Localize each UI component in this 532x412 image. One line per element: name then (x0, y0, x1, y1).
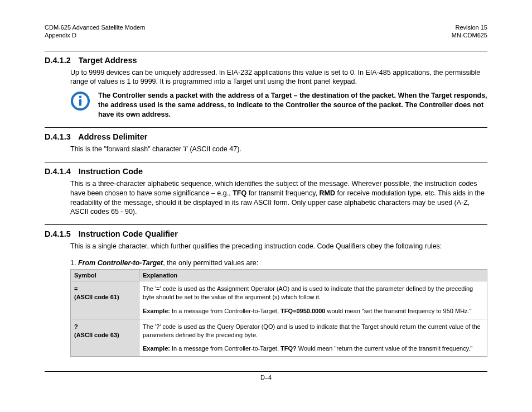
section-heading: D.4.1.2 Target Address (45, 56, 487, 65)
section-intro: This is a single character, which furthe… (45, 242, 487, 251)
section-number: D.4.1.4 (45, 167, 71, 176)
example-code: TFQ=0950.0000 (280, 308, 325, 314)
header-left: CDM-625 Advanced Satellite Modem Appendi… (45, 23, 145, 40)
svg-point-1 (79, 96, 82, 99)
note-block: The Controller sends a packet with the a… (45, 91, 487, 119)
text-pre: This is the "forward slash" character ' (70, 145, 185, 153)
section-rule (45, 224, 487, 225)
list-emphasis: From Controller-to-Target (78, 259, 163, 267)
example-label: Example: (143, 308, 170, 314)
cell-explanation: The '?' code is used as the Query Operat… (139, 319, 487, 357)
example-text-b: would mean "set the transmit frequency t… (325, 308, 471, 314)
document-page: CDM-625 Advanced Satellite Modem Appendi… (0, 0, 532, 397)
th-explanation: Explanation (139, 270, 487, 281)
page-number: D–4 (45, 374, 487, 381)
svg-rect-2 (79, 99, 81, 106)
section-heading: D.4.1.5 Instruction Code Qualifier (45, 229, 487, 238)
section-rule (45, 127, 487, 128)
example-code: TFQ? (280, 345, 297, 352)
cell-symbol: ? (ASCII code 63) (71, 319, 139, 357)
section-title: Instruction Code Qualifier (79, 229, 178, 238)
header-revision: Revision 15 (452, 23, 487, 31)
symbol-ascii: (ASCII code 61) (74, 294, 119, 300)
note-text: The Controller sends a packet with the a… (98, 91, 487, 119)
table-row: = (ASCII code 61) The '=' code is used a… (71, 281, 487, 319)
symbol-char: ? (74, 323, 78, 330)
section-title: Instruction Code (79, 167, 143, 176)
table-row: ? (ASCII code 63) The '?' code is used a… (71, 319, 487, 357)
section-d414: D.4.1.4 Instruction Code This is a three… (45, 162, 487, 217)
section-d413: D.4.1.3 Address Delimiter This is the "f… (45, 127, 487, 154)
explanation-example: Example: In a message from Controller-to… (143, 307, 483, 315)
symbol-char: = (74, 285, 78, 292)
header-right: Revision 15 MN-CDM625 (452, 23, 487, 40)
cell-explanation: The '=' code is used as the Assignment O… (139, 281, 487, 319)
page-header: CDM-625 Advanced Satellite Modem Appendi… (45, 23, 487, 40)
text-post: ' (ASCII code 47). (187, 145, 241, 153)
section-title: Address Delimiter (78, 132, 147, 141)
header-appendix: Appendix D (45, 31, 145, 39)
alert-icon (70, 91, 90, 113)
section-d412: D.4.1.2 Target Address Up to 9999 device… (45, 51, 487, 119)
section-rule (45, 162, 487, 162)
section-number: D.4.1.5 (45, 229, 71, 238)
th-symbol: Symbol (71, 270, 139, 281)
code-rmd: RMD (320, 189, 335, 197)
header-docnum: MN-CDM625 (452, 31, 487, 39)
list-item-1: 1. From Controller-to-Target, the only p… (45, 259, 487, 267)
section-heading: D.4.1.3 Address Delimiter (45, 132, 487, 141)
footer-rule (45, 371, 487, 372)
list-tail: , the only permitted values are: (163, 259, 258, 267)
list-number: 1. (70, 259, 78, 267)
symbol-ascii: (ASCII code 63) (74, 332, 119, 338)
section-d415: D.4.1.5 Instruction Code Qualifier This … (45, 224, 487, 357)
text-b: for transmit frequency, (246, 189, 319, 197)
header-product: CDM-625 Advanced Satellite Modem (45, 23, 145, 31)
table-header-row: Symbol Explanation (71, 270, 487, 281)
code-tfq: TFQ (233, 189, 246, 197)
explanation-example: Example: In a message from Controller-to… (143, 344, 483, 353)
section-body: This is the "forward slash" character '/… (45, 145, 487, 154)
section-number: D.4.1.3 (45, 132, 71, 141)
explanation-desc: The '=' code is used as the Assignment O… (143, 285, 483, 301)
section-body: Up to 9999 devices can be uniquely addre… (45, 68, 487, 87)
example-text-a: In a message from Controller-to-Target, (170, 345, 280, 352)
example-text-a: In a message from Controller-to-Target, (170, 308, 280, 314)
section-heading: D.4.1.4 Instruction Code (45, 167, 487, 176)
cell-symbol: = (ASCII code 61) (71, 281, 139, 319)
example-label: Example: (143, 345, 170, 352)
section-rule (45, 51, 487, 51)
explanation-desc: The '?' code is used as the Query Operat… (143, 323, 483, 339)
section-body: This is a three-character alphabetic seq… (45, 179, 487, 217)
section-number: D.4.1.2 (45, 56, 71, 65)
section-title: Target Address (79, 56, 137, 65)
qualifier-table: Symbol Explanation = (ASCII code 61) The… (70, 269, 487, 357)
example-text-b: Would mean "return the current value of … (297, 345, 473, 352)
